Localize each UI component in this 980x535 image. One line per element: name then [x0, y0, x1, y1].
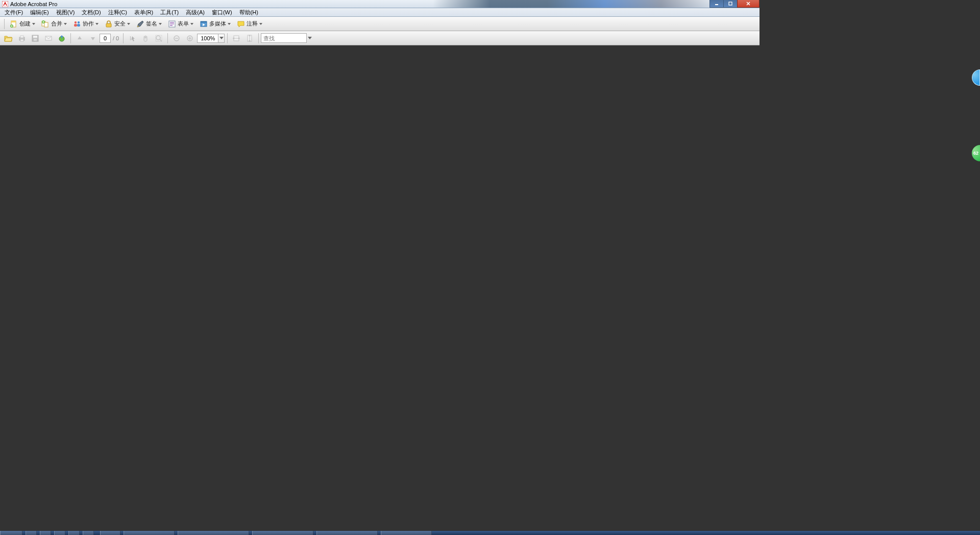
svg-rect-7 [11, 25, 12, 26]
zoom-in-button[interactable] [184, 33, 196, 44]
zoom-value[interactable]: 100% [197, 34, 218, 43]
find-input[interactable] [261, 33, 307, 43]
form-icon [168, 20, 176, 28]
minimize-button[interactable] [709, 0, 724, 8]
dropdown-arrow-icon [95, 23, 99, 25]
svg-rect-1 [715, 4, 718, 5]
menu-advanced[interactable]: 高级(A) [182, 8, 208, 17]
dropdown-arrow-icon [127, 23, 130, 25]
open-button[interactable] [3, 33, 15, 44]
print-button[interactable] [16, 33, 28, 44]
maximize-button[interactable] [723, 0, 738, 8]
collaborate-button[interactable]: 协作 [70, 18, 101, 30]
envelope-icon [44, 34, 53, 42]
fit-width-icon [232, 35, 240, 42]
zoom-combo[interactable]: 100% [197, 33, 225, 43]
save-icon [31, 34, 39, 42]
text-cursor-icon: I [129, 35, 136, 42]
comment-button[interactable]: 注释 [234, 18, 265, 30]
page-number-input[interactable] [100, 34, 111, 43]
marquee-zoom-button[interactable] [153, 33, 165, 44]
svg-rect-23 [201, 21, 207, 22]
magnifier-select-icon [155, 35, 162, 42]
svg-rect-16 [77, 24, 80, 27]
toolbar-separator [167, 33, 168, 43]
svg-rect-21 [170, 25, 173, 26]
menu-comment[interactable]: 注释(C) [105, 8, 131, 17]
svg-marker-45 [219, 37, 224, 39]
sign-button[interactable]: 签名 [134, 18, 164, 30]
multimedia-icon [200, 20, 208, 28]
menu-help[interactable]: 帮助(H) [236, 8, 262, 17]
combine-button[interactable]: 合并 [39, 18, 69, 30]
svg-line-38 [160, 39, 162, 41]
zoom-out-button[interactable] [170, 33, 183, 44]
svg-rect-9 [44, 22, 48, 27]
comment-label: 注释 [247, 20, 258, 28]
arrow-up-icon [76, 35, 83, 42]
hand-tool-button[interactable] [139, 33, 152, 44]
create-icon [10, 20, 18, 28]
printer-icon [18, 34, 26, 42]
task-toolbar: 创建 合并 协作 安全 签名 表单 [0, 17, 760, 31]
svg-rect-27 [20, 39, 23, 41]
multimedia-label: 多媒体 [209, 20, 226, 28]
share-button[interactable] [56, 33, 68, 44]
save-button[interactable] [29, 33, 41, 44]
select-tool-button[interactable]: I [126, 33, 138, 44]
title-bar: Adobe Acrobat Pro [0, 0, 760, 8]
pen-icon [136, 20, 144, 28]
svg-marker-33 [78, 36, 82, 39]
collaborate-icon [73, 20, 81, 28]
fit-width-button[interactable] [230, 33, 242, 44]
fit-page-icon [246, 35, 254, 42]
security-button[interactable]: 安全 [102, 18, 133, 30]
close-button[interactable] [737, 0, 760, 8]
menu-edit[interactable]: 编辑(E) [27, 8, 53, 17]
combine-icon [41, 20, 50, 28]
svg-point-37 [156, 36, 160, 40]
svg-rect-19 [170, 22, 174, 23]
svg-marker-36 [131, 36, 135, 41]
toolbar-separator [123, 33, 124, 43]
menu-bar: 文件(F) 编辑(E) 视图(V) 文档(D) 注释(C) 表单(R) 工具(T… [0, 8, 760, 17]
nav-toolbar: / 0 I 100% [0, 31, 760, 45]
zoom-dropdown-arrow[interactable] [218, 34, 225, 43]
collaborate-label: 协作 [83, 20, 94, 28]
window-title: Adobe Acrobat Pro [10, 1, 57, 7]
svg-marker-54 [308, 37, 312, 39]
menu-view[interactable]: 视图(V) [53, 8, 79, 17]
menu-window[interactable]: 窗口(W) [208, 8, 236, 17]
folder-open-icon [4, 34, 13, 42]
title-decoration [433, 0, 719, 8]
svg-rect-29 [33, 36, 37, 38]
menu-document[interactable]: 文档(D) [78, 8, 104, 17]
lock-icon [105, 20, 113, 28]
svg-rect-15 [74, 24, 77, 27]
menu-tools[interactable]: 工具(T) [157, 8, 182, 17]
forms-label: 表单 [178, 20, 189, 28]
dropdown-arrow-icon [64, 23, 67, 25]
comment-icon [237, 20, 245, 28]
find-dropdown-arrow[interactable] [307, 33, 313, 43]
forms-button[interactable]: 表单 [165, 18, 196, 30]
toolbar-separator [227, 33, 228, 43]
menu-forms[interactable]: 表单(R) [131, 8, 157, 17]
svg-point-13 [75, 21, 77, 23]
multimedia-button[interactable]: 多媒体 [197, 18, 233, 30]
next-page-button[interactable] [87, 33, 99, 44]
dropdown-arrow-icon [190, 23, 193, 25]
svg-rect-12 [43, 21, 44, 22]
dropdown-arrow-icon [228, 23, 231, 25]
prev-page-button[interactable] [74, 33, 86, 44]
document-area [0, 45, 760, 410]
svg-point-14 [78, 21, 80, 23]
fit-page-button[interactable] [243, 33, 256, 44]
menu-file[interactable]: 文件(F) [1, 8, 27, 17]
email-button[interactable] [42, 33, 55, 44]
create-button[interactable]: 创建 [7, 18, 38, 30]
svg-marker-34 [91, 37, 95, 40]
toolbar-separator [4, 19, 5, 29]
dropdown-arrow-icon [32, 23, 35, 25]
plus-circle-icon [186, 35, 193, 42]
